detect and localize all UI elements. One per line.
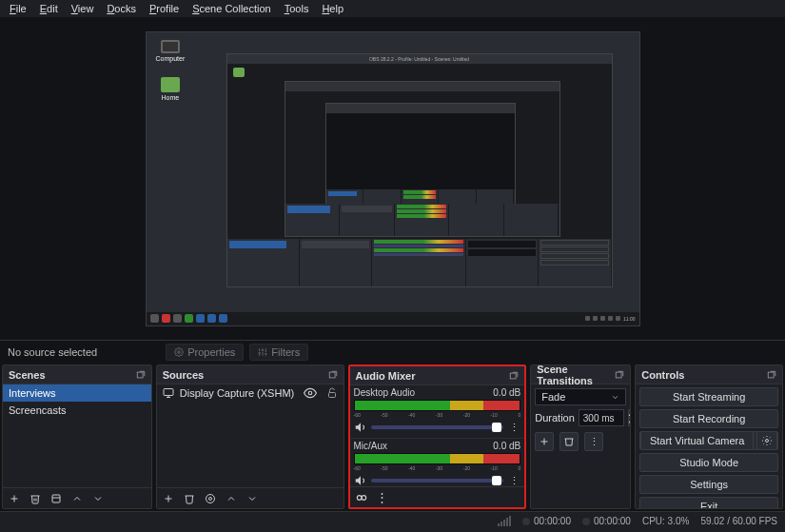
- preview-canvas: Computer Home OBS 28.2.2 - Profile: Unti…: [146, 31, 640, 326]
- live-time: 00:00:00: [534, 516, 571, 526]
- nested-window: OBS 28.2.2 - Profile: Untitled - Scenes:…: [226, 53, 613, 287]
- duration-label: Duration: [535, 412, 575, 424]
- source-remove-button[interactable]: [182, 491, 197, 506]
- menu-scene-collection[interactable]: Scene Collection: [186, 2, 277, 15]
- popout-icon[interactable]: [767, 370, 776, 380]
- svg-rect-16: [164, 389, 173, 396]
- trash-icon: [184, 493, 195, 504]
- meter-ticks: -60-50-40-30-20-100: [354, 412, 521, 418]
- controls-dock: Controls Start Streaming Start Recording…: [635, 365, 783, 509]
- unlock-icon: [326, 387, 338, 399]
- live-indicator-icon: [522, 518, 530, 525]
- status-bar: 00:00:00 00:00:00 CPU: 3.0% 59.02 / 60.0…: [0, 511, 785, 530]
- volume-slider[interactable]: [371, 479, 504, 483]
- source-properties-button[interactable]: [203, 491, 218, 506]
- source-add-button[interactable]: [161, 491, 176, 506]
- menu-bar: FFileile Edit View Docks Profile Scene C…: [0, 0, 785, 17]
- sources-dock: Sources Display Capture (XSHM): [156, 365, 344, 509]
- scene-item-interviews[interactable]: Interviews: [3, 384, 151, 402]
- svg-point-19: [308, 391, 312, 395]
- gear-link-icon: [355, 491, 368, 504]
- source-up-button[interactable]: [224, 491, 239, 506]
- fps: 59.02 / 60.00 FPS: [700, 516, 777, 526]
- audio-meter: [354, 400, 521, 411]
- menu-tools[interactable]: Tools: [279, 2, 315, 15]
- scene-down-button[interactable]: [90, 491, 106, 506]
- scenes-title: Scenes: [9, 369, 46, 381]
- plus-icon: [163, 493, 174, 504]
- no-source-label: No source selected: [8, 346, 97, 358]
- transitions-title: Scene Transitions: [537, 364, 615, 386]
- controls-title: Controls: [641, 369, 684, 381]
- start-streaming-button[interactable]: Start Streaming: [639, 387, 778, 406]
- source-item-display-capture[interactable]: Display Capture (XSHM): [157, 384, 343, 402]
- transition-properties-button[interactable]: ⋮: [584, 432, 603, 451]
- sliders-icon: [258, 347, 267, 357]
- scene-add-button[interactable]: [7, 491, 22, 506]
- exit-button[interactable]: Exit: [639, 497, 778, 508]
- popout-icon[interactable]: [328, 370, 338, 380]
- svg-point-26: [357, 495, 362, 500]
- audio-advanced-button[interactable]: [354, 490, 369, 505]
- svg-point-32: [766, 440, 769, 443]
- meter-ticks: -60-50-40-30-20-100: [354, 465, 521, 471]
- settings-button[interactable]: Settings: [639, 475, 778, 494]
- chevron-down-icon: [92, 493, 104, 504]
- duration-step-up[interactable]: ▴: [628, 409, 630, 418]
- trash-icon: [29, 493, 41, 504]
- preview-area[interactable]: Computer Home OBS 28.2.2 - Profile: Unti…: [0, 17, 785, 340]
- volume-slider[interactable]: [371, 425, 504, 429]
- filters-button[interactable]: Filters: [249, 344, 308, 361]
- transitions-dock: Scene Transitions Fade Duration ▴▾ ⋮: [530, 365, 631, 509]
- menu-file[interactable]: FFileile: [4, 2, 32, 15]
- studio-mode-button[interactable]: Studio Mode: [639, 453, 778, 472]
- visibility-toggle[interactable]: [304, 386, 317, 400]
- audio-channel-mic: Mic/Aux0.0 dB -60-50-40-30-20-100 ⋮: [350, 439, 525, 486]
- rec-time: 00:00:00: [594, 516, 631, 526]
- network-icon: [498, 517, 511, 526]
- mute-toggle[interactable]: [354, 474, 367, 486]
- scene-item-screencasts[interactable]: Screencasts: [3, 402, 151, 419]
- mute-toggle[interactable]: [354, 421, 367, 434]
- audio-channel-desktop: Desktop Audio0.0 dB -60-50-40-30-20-100 …: [350, 385, 525, 439]
- channel-name: Desktop Audio: [354, 387, 416, 398]
- source-toolbar: No source selected Properties Filters: [0, 340, 785, 363]
- nested-taskbar: 11:00: [147, 312, 639, 325]
- desktop-icon-computer: Computer: [156, 40, 186, 62]
- menu-help[interactable]: Help: [316, 2, 349, 15]
- duration-input[interactable]: [579, 409, 624, 426]
- transition-remove-button[interactable]: [559, 432, 579, 451]
- popout-icon[interactable]: [615, 370, 624, 380]
- channel-menu[interactable]: ⋮: [507, 422, 520, 434]
- audio-mixer-title: Audio Mixer: [356, 370, 416, 382]
- scene-up-button[interactable]: [69, 491, 85, 506]
- start-virtual-camera-button[interactable]: Start Virtual Camera: [640, 431, 754, 450]
- gear-icon: [761, 435, 773, 446]
- virtual-camera-settings-button[interactable]: [756, 431, 777, 450]
- menu-docks[interactable]: Docks: [101, 2, 142, 15]
- source-down-button[interactable]: [245, 491, 260, 506]
- menu-profile[interactable]: Profile: [144, 2, 185, 15]
- svg-point-24: [206, 494, 214, 502]
- audio-menu-button[interactable]: ⋮: [375, 490, 390, 505]
- menu-edit[interactable]: Edit: [34, 2, 64, 15]
- transition-select[interactable]: Fade: [535, 388, 626, 405]
- scene-remove-button[interactable]: [28, 491, 43, 506]
- svg-rect-25: [510, 373, 516, 379]
- svg-rect-31: [768, 372, 774, 378]
- lock-toggle[interactable]: [326, 387, 338, 399]
- duration-step-down[interactable]: ▾: [628, 418, 630, 426]
- scene-filter-button[interactable]: [49, 491, 64, 506]
- popout-icon[interactable]: [509, 371, 519, 381]
- transition-add-button[interactable]: [535, 432, 554, 451]
- menu-view[interactable]: View: [66, 2, 100, 15]
- properties-button[interactable]: Properties: [166, 344, 244, 361]
- svg-point-0: [178, 350, 181, 353]
- plus-icon: [9, 493, 20, 504]
- svg-rect-10: [137, 372, 143, 378]
- channel-menu[interactable]: ⋮: [507, 475, 520, 487]
- eye-icon: [304, 386, 317, 400]
- monitor-icon: [163, 387, 174, 399]
- popout-icon[interactable]: [136, 370, 146, 380]
- start-recording-button[interactable]: Start Recording: [639, 409, 778, 428]
